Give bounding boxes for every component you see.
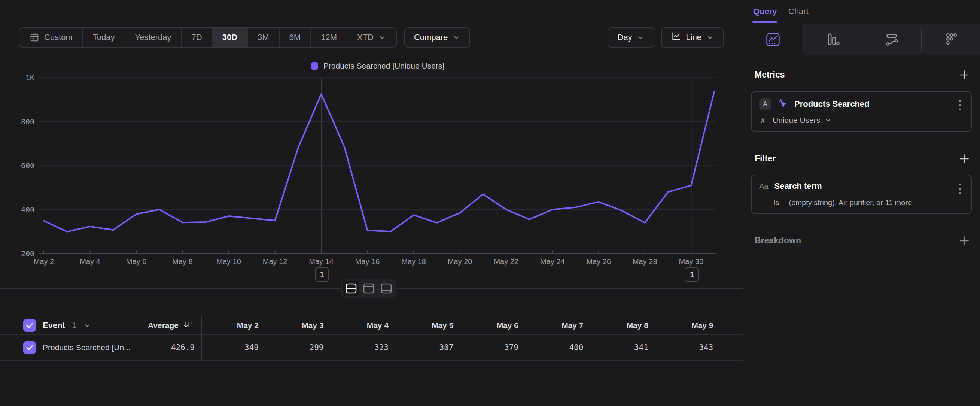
chart-type-tab-retention-icon[interactable]	[942, 31, 960, 49]
average-header[interactable]: Average	[112, 317, 193, 334]
date-column-header[interactable]: May 7	[526, 317, 584, 334]
sort-icon	[183, 320, 193, 331]
date-column-header[interactable]: May 9	[656, 317, 713, 334]
chart-type-tab-flows-icon[interactable]	[883, 31, 900, 49]
filter-operator[interactable]: Is	[773, 199, 780, 207]
x-axis-label: May 26	[572, 257, 625, 266]
tab-query[interactable]: Query	[753, 7, 777, 16]
x-axis-label: May 24	[526, 257, 579, 266]
x-axis-label: May 2	[18, 257, 70, 266]
chart-type-tab-funnels-icon[interactable]	[824, 31, 842, 49]
table-header-row: Event 1 Average May 2May 3May 4May 5May …	[0, 317, 743, 334]
annotation-badge[interactable]: 1	[685, 267, 699, 282]
data-line-products-searched[interactable]	[44, 92, 714, 232]
event-cursor-icon	[777, 98, 788, 110]
y-axis-label: 800	[7, 117, 35, 126]
filter-value[interactable]: (empty string), Air purifier, or 11 more	[789, 199, 912, 207]
x-axis-label: May 22	[480, 257, 532, 266]
metric-letter-badge: A	[759, 98, 771, 110]
aggregation-label: Unique Users	[773, 116, 820, 125]
string-property-icon: Aa	[759, 182, 768, 191]
x-axis-label: May 28	[619, 257, 671, 266]
table-value-cell: 400	[526, 335, 584, 360]
date-column-header[interactable]: May 5	[396, 317, 454, 334]
table-value-cell: 349	[201, 335, 259, 360]
event-header-cluster: Event 1	[23, 317, 91, 334]
y-axis-label: 1K	[7, 73, 35, 82]
insights-report-app: CustomTodayYesterday7D30D3M6M12MXTD Comp…	[0, 0, 980, 406]
y-axis-label: 200	[7, 249, 35, 258]
add-metric-button[interactable]	[958, 69, 970, 81]
table-row: Products Searched [Un... 426.9 349299323…	[0, 335, 743, 360]
x-axis-label: May 6	[110, 257, 162, 266]
select-all-checkbox[interactable]	[23, 319, 36, 332]
tab-chart[interactable]: Chart	[788, 7, 808, 16]
x-axis-label: May 16	[341, 257, 394, 266]
layout-toggle-group	[341, 279, 396, 298]
metric-event-name: Products Searched	[794, 99, 870, 109]
x-axis-label: May 20	[434, 257, 486, 266]
average-header-label: Average	[148, 321, 178, 330]
x-axis-label: May 10	[202, 257, 255, 266]
table-value-cell: 323	[331, 335, 388, 360]
row-checkbox[interactable]	[23, 341, 36, 354]
table-value-cell: 299	[267, 335, 324, 360]
query-sidebar: Query Chart Metrics A Products Searched …	[743, 0, 980, 406]
table-value-cell: 341	[591, 335, 648, 360]
event-header-label: Event	[43, 321, 65, 330]
chevron-down-icon	[824, 116, 832, 124]
x-axis-label: May 8	[156, 257, 209, 266]
chevron-down-icon[interactable]	[83, 322, 91, 330]
y-axis-label: 400	[7, 205, 35, 214]
add-breakdown-button[interactable]	[958, 235, 970, 247]
date-column-header[interactable]: May 3	[267, 317, 324, 334]
x-axis-label: May 18	[387, 257, 440, 266]
metric-options-kebab-icon[interactable]	[955, 100, 964, 110]
layout-toggle-split-view-icon[interactable]	[343, 280, 360, 296]
filter-property-name: Search term	[774, 181, 822, 191]
date-column-header[interactable]: May 6	[461, 317, 519, 334]
aggregation-dropdown[interactable]: Unique Users	[773, 116, 832, 125]
metrics-heading: Metrics	[755, 70, 785, 80]
filter-card[interactable]: Aa Search term Is (empty string), Air pu…	[751, 175, 972, 214]
date-column-header[interactable]: May 8	[591, 317, 648, 334]
filter-heading: Filter	[755, 154, 776, 164]
chart-type-tab-insights-icon[interactable]	[764, 31, 782, 49]
event-count: 1	[72, 321, 76, 330]
metric-card-row2: # Unique Users	[760, 116, 832, 125]
main-panel: CustomTodayYesterday7D30D3M6M12MXTD Comp…	[0, 0, 743, 406]
filter-card-row1: Aa Search term	[759, 181, 822, 191]
strip-separator	[921, 28, 922, 52]
metric-card[interactable]: A Products Searched # Unique Users	[751, 91, 972, 132]
x-axis-label: May 4	[64, 257, 116, 266]
add-filter-button[interactable]	[958, 153, 970, 165]
x-axis-label: May 12	[249, 257, 301, 266]
metric-card-row1: A Products Searched	[759, 98, 870, 110]
table-row-border	[0, 360, 743, 361]
strip-separator	[862, 28, 862, 52]
table-header-border	[0, 334, 743, 335]
aggregation-type-icon: #	[760, 116, 765, 125]
filter-options-kebab-icon[interactable]	[955, 183, 964, 194]
x-axis-label: May 14	[295, 257, 347, 266]
table-value-cell: 379	[461, 335, 519, 360]
y-axis-label: 600	[7, 161, 35, 170]
line-chart	[0, 0, 743, 292]
row-average-value: 426.9	[114, 335, 195, 360]
table-value-cell: 307	[396, 335, 454, 360]
layout-toggle-table-only-icon[interactable]	[378, 280, 395, 296]
table-column-divider	[201, 317, 202, 360]
date-column-header[interactable]: May 2	[201, 317, 259, 334]
annotation-badge[interactable]: 1	[315, 267, 329, 282]
breakdown-heading: Breakdown	[755, 236, 801, 246]
filter-card-row2: Is (empty string), Air purifier, or 11 m…	[773, 199, 912, 207]
layout-toggle-chart-only-icon[interactable]	[361, 280, 377, 296]
x-axis-label: May 30	[665, 257, 717, 266]
date-column-header[interactable]: May 4	[331, 317, 388, 334]
table-value-cell: 343	[656, 335, 713, 360]
active-tab-underline	[752, 21, 777, 23]
